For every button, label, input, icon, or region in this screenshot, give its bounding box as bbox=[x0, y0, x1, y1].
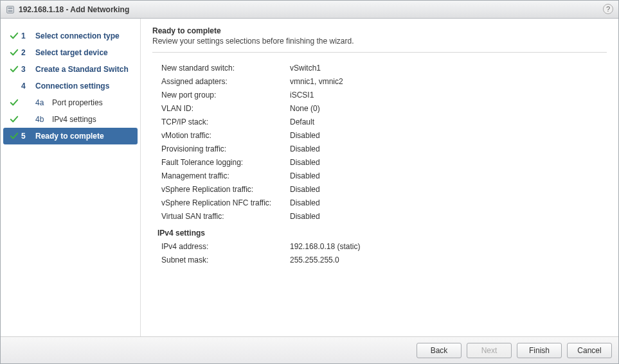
summary-row: New standard switch:vSwitch1 bbox=[155, 62, 607, 75]
step-label: Connection settings bbox=[35, 82, 135, 91]
summary-label: Fault Tolerance logging: bbox=[155, 156, 290, 169]
checkmark-icon bbox=[7, 98, 21, 107]
checkmark-icon bbox=[7, 48, 21, 57]
step-ipv4-settings[interactable]: 4b IPv4 settings bbox=[3, 111, 138, 128]
summary-row: TCP/IP stack:Default bbox=[155, 116, 607, 129]
step-number: 5 bbox=[21, 132, 35, 141]
summary-label: Management traffic: bbox=[155, 169, 290, 183]
step-number: 4b bbox=[35, 115, 52, 124]
wizard-content: Ready to complete Review your settings s… bbox=[141, 19, 618, 336]
step-number: 1 bbox=[21, 31, 35, 40]
host-icon bbox=[6, 5, 15, 14]
step-label: Port properties bbox=[52, 98, 135, 107]
summary-row: Subnet mask:255.255.255.0 bbox=[155, 254, 607, 267]
step-label: Ready to complete bbox=[35, 132, 135, 141]
summary-value: 255.255.255.0 bbox=[290, 254, 607, 267]
step-number: 3 bbox=[21, 65, 35, 74]
summary-row: VLAN ID:None (0) bbox=[155, 102, 607, 116]
ipv4-section-title: IPv4 settings bbox=[155, 229, 607, 238]
back-button[interactable]: Back bbox=[417, 343, 462, 358]
summary-value: Disabled bbox=[290, 143, 607, 156]
summary-label: vMotion traffic: bbox=[155, 129, 290, 143]
titlebar: 192.168.1.18 - Add Networking ? bbox=[1, 1, 618, 19]
wizard-footer: Back Next Finish Cancel bbox=[1, 336, 618, 363]
summary-label: Assigned adapters: bbox=[155, 75, 290, 89]
summary-value: iSCSI1 bbox=[290, 89, 607, 102]
step-label: Create a Standard Switch bbox=[35, 65, 135, 74]
summary-value: Disabled bbox=[290, 183, 607, 196]
summary-row: Virtual SAN traffic:Disabled bbox=[155, 210, 607, 223]
step-number: 4 bbox=[21, 82, 35, 91]
step-label: Select connection type bbox=[35, 31, 135, 40]
step-select-target-device[interactable]: 2 Select target device bbox=[3, 44, 138, 61]
summary-list: New standard switch:vSwitch1 Assigned ad… bbox=[155, 62, 607, 267]
page-title: Ready to complete bbox=[152, 26, 607, 35]
summary-value: 192.168.0.18 (static) bbox=[290, 240, 607, 254]
summary-row: Management traffic:Disabled bbox=[155, 169, 607, 183]
summary-row: vSphere Replication traffic:Disabled bbox=[155, 183, 607, 196]
wizard-window: 192.168.1.18 - Add Networking ? 1 Select… bbox=[0, 0, 619, 364]
summary-label: Virtual SAN traffic: bbox=[155, 210, 290, 223]
step-create-standard-switch[interactable]: 3 Create a Standard Switch bbox=[3, 61, 138, 78]
next-button: Next bbox=[467, 343, 512, 358]
summary-row: Provisioning traffic:Disabled bbox=[155, 143, 607, 156]
summary-value: vmnic1, vmnic2 bbox=[290, 75, 607, 89]
summary-row: Assigned adapters:vmnic1, vmnic2 bbox=[155, 75, 607, 89]
checkmark-icon bbox=[7, 31, 21, 40]
wizard-body: 1 Select connection type 2 Select target… bbox=[1, 19, 618, 336]
step-ready-to-complete[interactable]: 5 Ready to complete bbox=[3, 128, 138, 144]
summary-value: vSwitch1 bbox=[290, 62, 607, 75]
wizard-steps-sidebar: 1 Select connection type 2 Select target… bbox=[1, 19, 141, 336]
step-label: Select target device bbox=[35, 48, 135, 57]
summary-label: Provisioning traffic: bbox=[155, 143, 290, 156]
help-icon[interactable]: ? bbox=[603, 4, 613, 14]
summary-value: Disabled bbox=[290, 210, 607, 223]
page-subtitle: Review your settings selections before f… bbox=[152, 37, 607, 46]
summary-value: None (0) bbox=[290, 102, 607, 116]
summary-label: New port group: bbox=[155, 89, 290, 102]
summary-value: Disabled bbox=[290, 196, 607, 210]
summary-label: IPv4 address: bbox=[155, 240, 290, 254]
summary-label: TCP/IP stack: bbox=[155, 116, 290, 129]
svg-rect-1 bbox=[8, 7, 13, 9]
summary-value: Disabled bbox=[290, 129, 607, 143]
summary-value: Disabled bbox=[290, 169, 607, 183]
step-port-properties[interactable]: 4a Port properties bbox=[3, 94, 138, 111]
summary-row: Fault Tolerance logging:Disabled bbox=[155, 156, 607, 169]
checkmark-icon bbox=[7, 65, 21, 74]
step-select-connection-type[interactable]: 1 Select connection type bbox=[3, 28, 138, 44]
summary-label: VLAN ID: bbox=[155, 102, 290, 116]
checkmark-icon bbox=[7, 115, 21, 124]
checkmark-icon bbox=[7, 132, 21, 141]
summary-row: vSphere Replication NFC traffic:Disabled bbox=[155, 196, 607, 210]
window-title: 192.168.1.18 - Add Networking bbox=[19, 5, 129, 14]
cancel-button[interactable]: Cancel bbox=[567, 343, 612, 358]
step-connection-settings[interactable]: 4 Connection settings bbox=[3, 78, 138, 94]
step-number: 2 bbox=[21, 48, 35, 57]
content-header: Ready to complete Review your settings s… bbox=[152, 26, 607, 53]
summary-label: Subnet mask: bbox=[155, 254, 290, 267]
summary-label: New standard switch: bbox=[155, 62, 290, 75]
summary-row: vMotion traffic:Disabled bbox=[155, 129, 607, 143]
summary-label: vSphere Replication NFC traffic: bbox=[155, 196, 290, 210]
summary-row: IPv4 address:192.168.0.18 (static) bbox=[155, 240, 607, 254]
summary-label: vSphere Replication traffic: bbox=[155, 183, 290, 196]
step-number: 4a bbox=[35, 98, 52, 107]
summary-row: New port group:iSCSI1 bbox=[155, 89, 607, 102]
summary-value: Default bbox=[290, 116, 607, 129]
svg-rect-2 bbox=[8, 10, 13, 12]
summary-value: Disabled bbox=[290, 156, 607, 169]
finish-button[interactable]: Finish bbox=[517, 343, 562, 358]
svg-rect-0 bbox=[7, 6, 14, 13]
step-label: IPv4 settings bbox=[52, 115, 135, 124]
